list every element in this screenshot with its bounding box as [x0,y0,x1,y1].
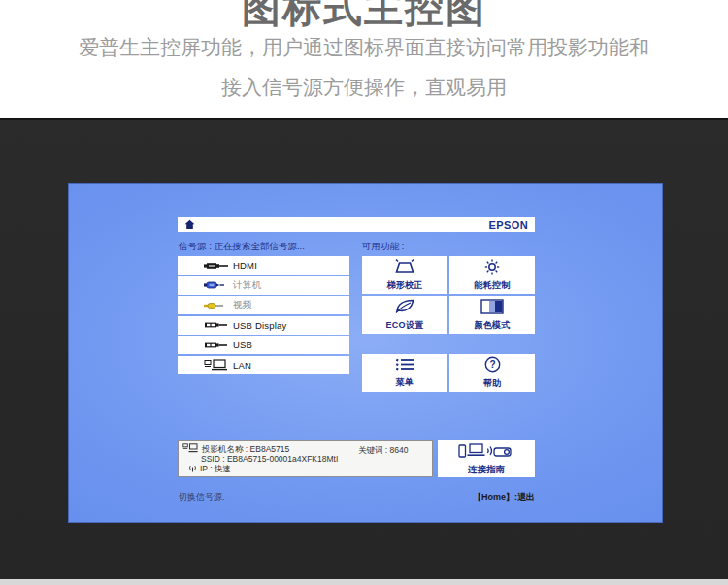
source-section-label: 信号源 : 正在搜索全部信号源... [179,241,305,253]
projector-name-text: 投影机名称 : EB8A5715 [202,444,289,454]
power-consumption-icon [482,258,502,278]
hdmi-connector-icon [204,261,233,271]
function-grid: 梯形校正 [362,256,535,394]
keystone-icon [392,258,417,278]
page-subtitle-line2: 接入信号源方便操作，直观易用 [0,74,728,101]
rca-connector-icon [204,301,233,310]
home-screen-ui: EPSON 信号源 : 正在搜索全部信号源... 可用功能 : [178,217,535,396]
main-area: HDMI 计算机 [178,256,535,396]
projector-frame: EPSON 信号源 : 正在搜索全部信号源... 可用功能 : [0,118,728,579]
ip-text: IP : 快速 [200,464,231,473]
source-item-computer[interactable]: 计算机 [178,276,349,295]
tile-eco-settings[interactable]: ECO设置 [362,296,447,334]
status-row: 切换信号源. 【Home】:退出 [178,491,535,503]
color-mode-icon [480,299,504,318]
source-item-usb[interactable]: USB [178,336,349,354]
projector-screen: EPSON 信号源 : 正在搜索全部信号源... 可用功能 : [68,183,663,523]
connection-guide-tile[interactable]: 连接指南 [438,440,535,477]
menu-list-icon [394,357,415,375]
top-bar: EPSON [178,217,535,232]
usb-connector-icon [204,341,233,350]
page-subtitle-line1: 爱普生主控屏功能，用户通过图标界面直接访问常用投影功能和 [0,34,728,61]
source-item-hdmi[interactable]: HDMI [178,256,349,275]
page-title: 图标式主控图 [0,0,728,35]
tile-power-consumption[interactable]: 能耗控制 [449,256,535,294]
connection-guide-label: 连接指南 [468,464,505,476]
section-labels: 信号源 : 正在搜索全部信号源... 可用功能 : [178,241,535,252]
status-hint: 切换信号源. [179,491,225,504]
usb-connector-icon [204,320,233,330]
keyword-text: 关键词 : 8640 [358,445,409,455]
source-item-usb-display[interactable]: USB Display [178,316,349,335]
tile-color-mode[interactable]: 颜色模式 [449,296,535,334]
source-list: HDMI 计算机 [178,256,349,375]
source-item-lan[interactable]: LAN [178,356,349,374]
home-exit-hint: 【Home】:退出 [473,491,535,504]
vga-connector-icon [204,280,233,290]
wifi-icon [188,464,197,474]
tile-help[interactable]: ? 帮助 [449,354,535,392]
network-info-box: 投影机名称 : EB8A5715 关键词 : 8640 SSID : EB8A5… [178,440,433,477]
info-bar: 投影机名称 : EB8A5715 关键词 : 8640 SSID : EB8A5… [178,440,535,477]
hero-header: 图标式主控图 爱普生主控屏功能，用户通过图标界面直接访问常用投影功能和 接入信号… [0,0,728,118]
ssid-text: SSID : EB8A5715-00001a4XFK18MtI [201,454,338,464]
svg-text:?: ? [489,359,495,370]
connection-guide-icon [458,442,514,463]
functions-section-label: 可用功能 : [362,241,404,253]
lan-network-icon [204,359,233,371]
tile-keystone[interactable]: 梯形校正 [362,256,447,294]
tile-menu[interactable]: 菜单 [362,354,447,392]
source-item-video[interactable]: 视频 [178,296,349,314]
eco-leaf-icon [393,298,416,318]
home-icon[interactable] [184,216,195,234]
help-icon: ? [484,356,501,376]
network-projector-icon [182,443,198,455]
bottom-strip [0,579,728,585]
epson-logo: EPSON [488,219,528,231]
